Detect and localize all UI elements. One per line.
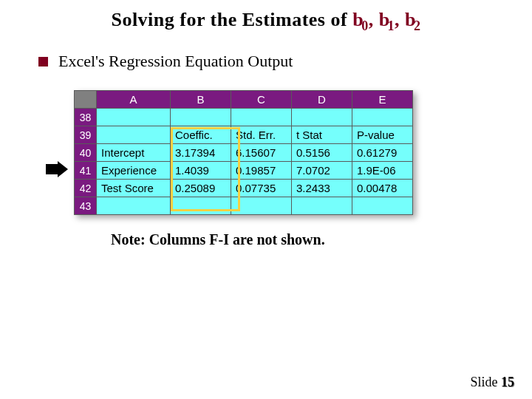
- cell: t Stat: [292, 126, 352, 144]
- pointer-arrow-icon: [46, 161, 68, 177]
- cell: Intercept: [97, 144, 171, 162]
- cell: [292, 197, 352, 215]
- row-num: 38: [75, 109, 97, 126]
- spreadsheet-wrap: A B C D E 38 39 Coeffic. Std. Err. t Sta…: [74, 90, 429, 215]
- table-row: 40 Intercept 3.17394 6.15607 0.5156 0.61…: [75, 144, 413, 162]
- bullet-text: Excel's Regression Equation Output: [58, 52, 293, 71]
- cell: [97, 109, 171, 126]
- cell: Test Score: [97, 180, 171, 197]
- row-num: 42: [75, 180, 97, 197]
- note-text: Note: Columns F-I are not shown.: [111, 231, 532, 248]
- row-num: 39: [75, 126, 97, 144]
- cell: [292, 109, 352, 126]
- header-row: A B C D E: [75, 91, 413, 109]
- sub-1: 1: [388, 18, 395, 33]
- table-row: 38: [75, 109, 413, 126]
- cell: [171, 109, 231, 126]
- footer-label: Slide: [470, 375, 501, 389]
- cell: 0.19857: [231, 162, 292, 180]
- col-h-e: E: [352, 91, 413, 109]
- col-h-c: C: [231, 91, 292, 109]
- table-row: 43: [75, 197, 413, 215]
- slide-footer: Slide 15: [470, 375, 514, 390]
- cell: [97, 197, 171, 215]
- slide-title: Solving for the Estimates of b0, b1, b2: [0, 0, 532, 34]
- cell: 0.07735: [231, 180, 292, 197]
- cell: Std. Err.: [231, 126, 292, 144]
- cell: 0.00478: [352, 180, 413, 197]
- cell: P-value: [352, 126, 413, 144]
- cell: 7.0702: [292, 162, 352, 180]
- col-h-a: A: [97, 91, 171, 109]
- bullet-row: Excel's Regression Equation Output: [38, 52, 532, 71]
- svg-marker-0: [46, 161, 68, 177]
- cell: [231, 109, 292, 126]
- cell: [97, 126, 171, 144]
- cell: 3.17394: [171, 144, 231, 162]
- cell: [171, 197, 231, 215]
- cell: 0.5156: [292, 144, 352, 162]
- cell: 1.9E-06: [352, 162, 413, 180]
- cell: 3.2433: [292, 180, 352, 197]
- cell: [231, 197, 292, 215]
- cell: Coeffic.: [171, 126, 231, 144]
- comma-1: ,: [395, 9, 405, 30]
- cell: 1.4039: [171, 162, 231, 180]
- cell: [352, 109, 413, 126]
- cell: [352, 197, 413, 215]
- table-row: 42 Test Score 0.25089 0.07735 3.2433 0.0…: [75, 180, 413, 197]
- col-h-d: D: [292, 91, 352, 109]
- comma-0: ,: [369, 9, 379, 30]
- sub-0: 0: [361, 18, 369, 33]
- sub-2: 2: [414, 18, 421, 33]
- bullet-square-icon: [38, 57, 48, 66]
- corner-cell: [75, 91, 97, 109]
- col-h-b: B: [171, 91, 231, 109]
- row-num: 40: [75, 144, 97, 162]
- footer-number: 15: [501, 375, 514, 389]
- cell: 6.15607: [231, 144, 292, 162]
- cell: 0.61279: [352, 144, 413, 162]
- spreadsheet-table: A B C D E 38 39 Coeffic. Std. Err. t Sta…: [74, 90, 413, 215]
- cell: Experience: [97, 162, 171, 180]
- row-num: 41: [75, 162, 97, 180]
- title-prefix: Solving for the Estimates of: [111, 9, 352, 30]
- table-row: 39 Coeffic. Std. Err. t Stat P-value: [75, 126, 413, 144]
- table-row: 41 Experience 1.4039 0.19857 7.0702 1.9E…: [75, 162, 413, 180]
- row-num: 43: [75, 197, 97, 215]
- cell: 0.25089: [171, 180, 231, 197]
